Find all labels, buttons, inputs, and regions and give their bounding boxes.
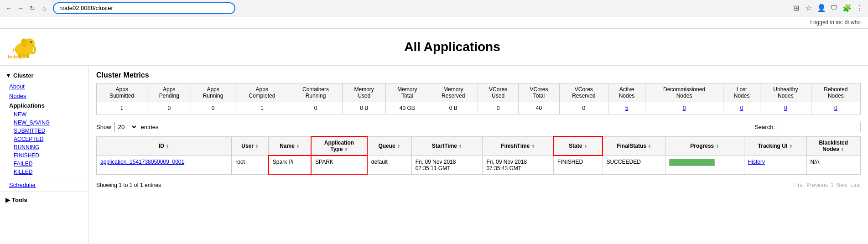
col-app-type[interactable]: ApplicationType ⇕ bbox=[311, 136, 367, 156]
sidebar-subitem-new-saving[interactable]: NEW_SAVING bbox=[0, 119, 88, 127]
forward-button[interactable]: → bbox=[16, 3, 26, 13]
blacklisted-sort-icon: ⇕ bbox=[841, 147, 844, 152]
sidebar-subitem-killed[interactable]: KILLED bbox=[0, 168, 88, 176]
sidebar: ▼ Cluster About Nodes Applications NEW N… bbox=[0, 66, 89, 244]
svg-text:hadoop: hadoop bbox=[8, 55, 22, 59]
metric-val-unhealthy-nodes[interactable]: 0 bbox=[760, 102, 811, 114]
back-button[interactable]: ← bbox=[4, 3, 14, 13]
metric-col-apps-running: AppsRunning bbox=[191, 83, 235, 102]
metric-val-containers-running: 0 bbox=[289, 102, 343, 114]
sidebar-cluster-header[interactable]: ▼ Cluster bbox=[0, 69, 88, 82]
col-blacklisted-nodes[interactable]: BlacklistedNodes ⇕ bbox=[806, 136, 860, 156]
svg-point-4 bbox=[31, 42, 31, 42]
col-progress[interactable]: Progress ⇕ bbox=[665, 136, 744, 156]
metric-col-vcores-total: VCoresTotal bbox=[519, 83, 559, 102]
metric-val-decommissioned-nodes[interactable]: 0 bbox=[645, 102, 723, 114]
showing-text: Showing 1 to 1 of 1 entries bbox=[96, 182, 161, 188]
col-name[interactable]: Name ⇕ bbox=[269, 136, 311, 156]
app-blacklisted-nodes: N/A bbox=[806, 156, 860, 174]
state-sort-icon: ⇕ bbox=[584, 144, 587, 149]
metric-val-active-nodes[interactable]: 5 bbox=[608, 102, 645, 114]
nav-buttons: ← → ↻ ⌂ bbox=[4, 3, 49, 13]
metric-col-apps-completed: AppsCompleted bbox=[235, 83, 289, 102]
metric-val-rebooted-nodes[interactable]: 0 bbox=[811, 102, 860, 114]
trackingui-sort-icon: ⇕ bbox=[789, 144, 793, 149]
metrics-row: 1 0 0 1 0 0 B 40 GB 0 B 0 40 0 5 0 0 0 0 bbox=[97, 102, 861, 114]
shield-icon[interactable]: 🛡 bbox=[830, 4, 839, 13]
refresh-button[interactable]: ↻ bbox=[27, 3, 37, 13]
first-page-link[interactable]: First bbox=[793, 182, 804, 188]
sidebar-subitem-submitted[interactable]: SUBMITTED bbox=[0, 127, 88, 135]
sidebar-item-applications[interactable]: Applications bbox=[0, 101, 88, 110]
entries-select[interactable]: 20 50 100 bbox=[114, 122, 138, 132]
show-entries: Show 20 50 100 entries bbox=[96, 122, 159, 132]
app-name: Spark Pi bbox=[269, 156, 311, 174]
sidebar-subitem-accepted[interactable]: ACCEPTED bbox=[0, 135, 88, 143]
menu-icon[interactable]: ⋮ bbox=[855, 4, 864, 13]
sidebar-subitem-finished[interactable]: FINISHED bbox=[0, 151, 88, 160]
metric-col-apps-pending: AppsPending bbox=[147, 83, 191, 102]
address-bar[interactable] bbox=[53, 2, 235, 14]
profile-icon[interactable]: 👤 bbox=[817, 4, 826, 13]
table-footer: Showing 1 to 1 of 1 entries First Previo… bbox=[96, 180, 861, 190]
current-page: 1 bbox=[831, 182, 834, 188]
previous-page-link[interactable]: Previous bbox=[806, 182, 828, 188]
extension-icon[interactable]: 🧩 bbox=[842, 4, 852, 13]
sidebar-tools-header[interactable]: ▶ Tools bbox=[0, 194, 88, 206]
last-page-link[interactable]: Last bbox=[850, 182, 861, 188]
col-user[interactable]: User ⇕ bbox=[232, 136, 269, 156]
metric-col-decommissioned-nodes: DecommissionedNodes bbox=[645, 83, 723, 102]
starttime-sort-icon: ⇕ bbox=[458, 144, 462, 149]
home-button[interactable]: ⌂ bbox=[39, 3, 49, 13]
app-final-status: SUCCEEDED bbox=[603, 156, 665, 174]
metric-val-apps-running: 0 bbox=[191, 102, 235, 114]
sidebar-item-about[interactable]: About bbox=[0, 82, 88, 91]
app-user: root bbox=[232, 156, 269, 174]
cluster-arrow-icon: ▼ bbox=[5, 72, 11, 79]
col-id[interactable]: ID ⇕ bbox=[97, 136, 232, 156]
top-bar: Logged in as: dr.who bbox=[0, 16, 868, 29]
name-sort-icon: ⇕ bbox=[296, 144, 300, 149]
translate-icon[interactable]: ⊞ bbox=[791, 4, 800, 13]
sidebar-item-nodes[interactable]: Nodes bbox=[0, 91, 88, 101]
bookmark-icon[interactable]: ☆ bbox=[804, 4, 813, 13]
finishtime-sort-icon: ⇕ bbox=[531, 144, 535, 149]
metric-col-containers-running: ContainersRunning bbox=[289, 83, 343, 102]
app-tracking-ui[interactable]: History bbox=[744, 156, 806, 174]
svg-rect-6 bbox=[22, 54, 26, 58]
applications-table: ID ⇕ User ⇕ Name ⇕ ApplicationType ⇕ Que… bbox=[96, 136, 861, 175]
sidebar-subitem-new[interactable]: NEW bbox=[0, 110, 88, 119]
sidebar-item-scheduler[interactable]: Scheduler bbox=[0, 180, 88, 190]
sidebar-subitem-running[interactable]: RUNNING bbox=[0, 143, 88, 151]
metric-col-apps-submitted: AppsSubmitted bbox=[97, 83, 147, 102]
tools-arrow-icon: ▶ bbox=[5, 197, 10, 203]
search-area: Search: bbox=[754, 122, 861, 132]
app-progress bbox=[665, 156, 744, 174]
app-id[interactable]: application_1541738050009_0001 bbox=[97, 156, 232, 174]
progress-bar-fill bbox=[670, 159, 714, 166]
app-finish-time: Fri, 09 Nov 201807:35:43 GMT bbox=[483, 156, 554, 174]
logo-area: hadoop bbox=[7, 33, 44, 61]
col-final-status[interactable]: FinalStatus ⇕ bbox=[603, 136, 665, 156]
metric-val-apps-pending: 0 bbox=[147, 102, 191, 114]
cluster-metrics-table: AppsSubmitted AppsPending AppsRunning Ap… bbox=[96, 83, 861, 114]
col-finish-time[interactable]: FinishTime ⇕ bbox=[483, 136, 554, 156]
metric-val-lost-nodes[interactable]: 0 bbox=[723, 102, 760, 114]
progress-bar bbox=[669, 159, 715, 166]
metric-col-memory-reserved: MemoryReserved bbox=[429, 83, 478, 102]
sidebar-divider-1 bbox=[0, 178, 88, 178]
col-start-time[interactable]: StartTime ⇕ bbox=[411, 136, 483, 156]
next-page-link[interactable]: Next bbox=[837, 182, 848, 188]
metric-col-active-nodes: ActiveNodes bbox=[608, 83, 645, 102]
sidebar-subitem-failed[interactable]: FAILED bbox=[0, 160, 88, 168]
app-start-time: Fri, 09 Nov 201807:35:11 GMT bbox=[411, 156, 483, 174]
col-tracking-ui[interactable]: Tracking UI ⇕ bbox=[744, 136, 806, 156]
search-input[interactable] bbox=[778, 122, 861, 132]
page-header: hadoop All Applications bbox=[0, 29, 868, 66]
metric-col-unhealthy-nodes: UnhealthyNodes bbox=[760, 83, 811, 102]
col-queue[interactable]: Queue ⇕ bbox=[367, 136, 411, 156]
page-title: All Applications bbox=[44, 40, 861, 54]
finalstatus-sort-icon: ⇕ bbox=[648, 144, 651, 149]
col-state[interactable]: State ⇕ bbox=[554, 136, 603, 156]
metric-val-apps-completed: 1 bbox=[235, 102, 289, 114]
